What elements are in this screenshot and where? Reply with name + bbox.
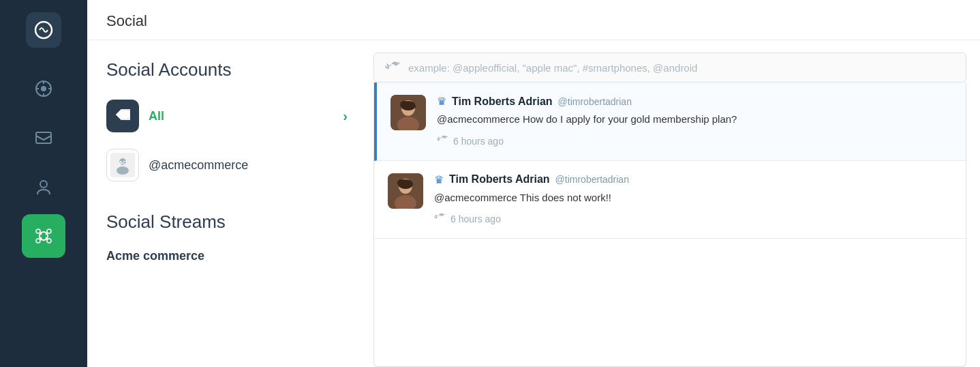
left-panel: Social Accounts All ›: [87, 40, 373, 367]
social-streams-title: Social Streams: [106, 211, 354, 233]
stream-item-acmecommerce[interactable]: Acme commerce: [106, 246, 354, 266]
svg-point-13: [47, 239, 51, 243]
sidebar-item-dashboard[interactable]: [22, 67, 65, 111]
account-item-acmecommerce[interactable]: AC @acmecommerce: [106, 143, 354, 187]
feed-handle-2: @timrobertadrian: [555, 174, 629, 185]
crown-icon-1: ♛: [437, 95, 446, 108]
acme-account-name: @acmecommerce: [149, 158, 248, 173]
svg-point-2: [41, 86, 46, 91]
feed-header-2: ♛ Tim Roberts Adrian @timrobertadrian: [434, 173, 952, 186]
content-area: Social Accounts All ›: [87, 40, 980, 367]
sidebar: [0, 0, 87, 367]
sidebar-item-inbox[interactable]: [22, 116, 65, 160]
svg-point-12: [36, 239, 40, 243]
feed-handle-1: @timrobertadrian: [558, 96, 632, 107]
feed-content-2: ♛ Tim Roberts Adrian @timrobertadrian @a…: [434, 173, 952, 226]
social-accounts-title: Social Accounts: [106, 59, 354, 80]
avatar-image-1: [391, 95, 426, 130]
sidebar-item-contacts[interactable]: [22, 165, 65, 209]
page-header: Social: [87, 0, 980, 40]
svg-point-11: [47, 229, 51, 233]
chevron-right-icon: ›: [343, 108, 348, 124]
feed-time-2: 6 hours ago: [450, 214, 501, 224]
app-logo-icon: [26, 12, 61, 48]
svg-point-8: [40, 181, 47, 188]
search-bar[interactable]: example: @appleofficial, "apple mac", #s…: [373, 53, 966, 83]
crown-icon-2: ♛: [434, 173, 444, 186]
svg-point-22: [117, 166, 129, 175]
svg-rect-7: [36, 132, 51, 143]
feed-footer-1: 6 hours ago: [437, 134, 952, 148]
sidebar-item-social[interactable]: [22, 214, 65, 258]
svg-point-34: [397, 179, 405, 186]
feed-text-2: @acmecommerce This does not work!!: [434, 190, 952, 206]
feed-text-1: @acmecommerce How do I apply for your go…: [437, 112, 952, 128]
right-panel: example: @appleofficial, "apple mac", #s…: [373, 40, 980, 367]
main-content: Social Social Accounts: [87, 0, 980, 367]
twitter-search-icon: [385, 60, 400, 75]
all-account-avatar: [106, 100, 139, 132]
stream-name: Acme commerce: [106, 249, 204, 263]
feed-header-1: ♛ Tim Roberts Adrian @timrobertadrian: [437, 95, 952, 108]
sidebar-logo: [0, 0, 87, 60]
feed-avatar-2: [388, 173, 423, 209]
feed-name-1: Tim Roberts Adrian: [452, 96, 553, 108]
twitter-icon-1: [437, 134, 448, 148]
feed-avatar-1: [391, 95, 426, 130]
svg-point-10: [36, 229, 40, 233]
stream-list: Acme commerce: [106, 246, 354, 266]
svg-text:AC: AC: [119, 160, 127, 166]
feed-container: ♛ Tim Roberts Adrian @timrobertadrian @a…: [373, 83, 966, 367]
feed-footer-2: 6 hours ago: [434, 212, 952, 226]
feed-item-2[interactable]: ♛ Tim Roberts Adrian @timrobertadrian @a…: [374, 161, 966, 239]
page-title: Social: [106, 12, 961, 30]
feed-content-1: ♛ Tim Roberts Adrian @timrobertadrian @a…: [437, 95, 952, 148]
feed-name-2: Tim Roberts Adrian: [449, 173, 550, 186]
search-placeholder-text: example: @appleofficial, "apple mac", #s…: [408, 62, 697, 74]
feed-item[interactable]: ♛ Tim Roberts Adrian @timrobertadrian @a…: [374, 83, 966, 161]
avatar-image-2: [388, 173, 423, 209]
sidebar-navigation: [0, 60, 87, 258]
account-item-all[interactable]: All ›: [106, 94, 354, 138]
feed-time-1: 6 hours ago: [453, 136, 504, 147]
acme-account-avatar: AC: [106, 149, 139, 181]
twitter-icon-2: [434, 212, 445, 226]
svg-point-29: [400, 101, 408, 108]
account-list: All › AC @acmecommerce: [106, 94, 354, 187]
all-account-name: All: [149, 109, 164, 123]
